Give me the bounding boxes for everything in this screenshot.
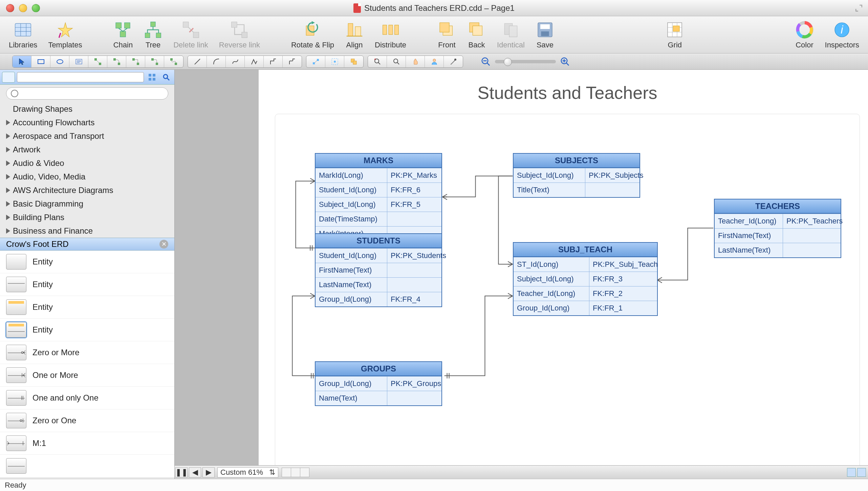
color-label: Color <box>796 41 813 49</box>
zoom-icon[interactable] <box>32 4 40 12</box>
library-category[interactable]: Aerospace and Transport <box>0 129 174 143</box>
connector-bezier-tool[interactable] <box>164 56 183 67</box>
edit-points-tool[interactable] <box>306 56 325 67</box>
maximize-icon[interactable] <box>855 4 863 12</box>
shape-item-zero-or-one[interactable]: Zero or One <box>0 409 174 432</box>
library-category[interactable]: Drawing Shapes <box>0 102 174 116</box>
entity-marks[interactable]: MARKS MarkId(Long)PK:PK_Marks Student_Id… <box>315 153 442 241</box>
canvas[interactable]: Students and Teachers <box>175 70 868 465</box>
zoom-in-button[interactable] <box>560 57 570 67</box>
shape-item-zero-or-more[interactable]: Zero or More <box>0 341 174 364</box>
close-library-icon[interactable]: ✕ <box>159 240 168 249</box>
shape-item-entity[interactable]: Entity <box>0 296 174 319</box>
ellipse-tool[interactable] <box>50 56 69 67</box>
entity-groups[interactable]: GROUPS Group_Id(Long)PK:PK_Groups Name(T… <box>315 361 442 406</box>
shape-item-more[interactable] <box>0 455 174 477</box>
library-search-input[interactable] <box>6 87 168 100</box>
front-button[interactable]: Front <box>432 18 462 51</box>
ortho-tool[interactable] <box>264 56 283 67</box>
relation-icon <box>6 345 26 360</box>
entity-students[interactable]: STUDENTS Student_Id(Long)PK:PK_Students … <box>315 233 442 307</box>
round-ortho-tool[interactable] <box>283 56 302 67</box>
svg-rect-59 <box>317 59 319 61</box>
zoom-level-select[interactable]: Custom 61% ⇅ <box>217 467 278 477</box>
edit-segments-tool[interactable] <box>325 56 344 67</box>
rotate-flip-button[interactable]: Rotate & Flip <box>286 18 340 51</box>
shape-item-m-1[interactable]: M:1 <box>0 432 174 455</box>
line-tool[interactable] <box>188 56 207 67</box>
shape-item-one-and-only-one[interactable]: One and only One <box>0 387 174 409</box>
entity-teachers[interactable]: TEACHERS Teacher_Id(Long)PK:PK_Teachers … <box>714 199 841 258</box>
svg-line-60 <box>314 60 317 63</box>
edit-group-tool[interactable] <box>344 56 363 67</box>
poly-tool[interactable] <box>245 56 264 67</box>
delete-link-button[interactable]: Delete link <box>168 18 214 51</box>
library-category[interactable]: Artwork <box>0 143 174 156</box>
chain-icon <box>113 20 132 39</box>
tree-button[interactable]: Tree <box>138 18 168 51</box>
canvas-area: Students and Teachers <box>175 70 868 479</box>
connector-smart-tool[interactable] <box>126 56 145 67</box>
shape-item-one-or-more[interactable]: One or More <box>0 364 174 387</box>
rect-tool[interactable] <box>31 56 50 67</box>
library-category[interactable]: Audio & Video <box>0 156 174 170</box>
scroll-pause-button[interactable]: ❚❚ <box>175 467 188 477</box>
scroll-right-button[interactable]: ▶ <box>202 467 215 477</box>
shape-item-entity[interactable]: Entity <box>0 273 174 296</box>
library-filter-input[interactable] <box>17 72 144 82</box>
identical-button[interactable]: Identical <box>492 18 530 51</box>
save-button[interactable]: Save <box>530 18 560 51</box>
eyedropper-tool[interactable] <box>444 56 463 67</box>
color-button[interactable]: Color <box>790 18 820 51</box>
paper: MARKS MarkId(Long)PK:PK_Marks Student_Id… <box>275 114 860 465</box>
minimize-icon[interactable] <box>19 4 27 12</box>
distribute-button[interactable]: Distribute <box>369 18 412 51</box>
pointer-tool[interactable] <box>13 56 31 67</box>
connector-round-tool[interactable] <box>145 56 164 67</box>
tiles-view-icon[interactable] <box>146 72 158 83</box>
library-category[interactable]: Audio, Video, Media <box>0 170 174 184</box>
svg-rect-6 <box>125 23 130 28</box>
reverse-link-button[interactable]: Reverse link <box>214 18 265 51</box>
actual-size-tool[interactable] <box>387 56 406 67</box>
chain-button[interactable]: Chain <box>108 18 138 51</box>
connector-direct-tool[interactable] <box>88 56 107 67</box>
templates-button[interactable]: Templates <box>43 18 87 51</box>
spline-tool[interactable] <box>226 56 245 67</box>
hand-tool[interactable] <box>406 56 425 67</box>
grid-button[interactable]: Grid <box>660 18 690 51</box>
page-thumbnails[interactable] <box>282 468 309 477</box>
selected-library[interactable]: Crow's Foot ERD ✕ <box>0 238 174 251</box>
shape-item-entity[interactable]: Entity <box>0 319 174 341</box>
scroll-left-button[interactable]: ◀ <box>189 467 201 477</box>
back-button[interactable]: Back <box>462 18 492 51</box>
inspectors-button[interactable]: i Inspectors <box>820 18 865 51</box>
libraries-button[interactable]: Libraries <box>3 18 43 51</box>
entity-title: SUBJ_TEACH <box>514 243 657 257</box>
library-category[interactable]: Business and Finance <box>0 224 174 238</box>
search-icon[interactable] <box>160 72 172 83</box>
view-mode-button[interactable] <box>847 468 856 477</box>
zoom-out-button[interactable] <box>481 57 491 67</box>
library-category[interactable]: Accounting Flowcharts <box>0 116 174 129</box>
library-category[interactable]: Building Plans <box>0 211 174 224</box>
svg-rect-14 <box>242 32 247 38</box>
text-tool[interactable] <box>69 56 88 67</box>
shape-item-entity[interactable]: Entity <box>0 251 174 273</box>
arc-tool[interactable] <box>207 56 226 67</box>
entity-subjects[interactable]: SUBJECTS Subject_Id(Long)PK:PK_Subjects … <box>513 153 640 198</box>
entity-title: GROUPS <box>316 362 441 376</box>
window-title-text: Students and Teachers ERD.cdd – Page1 <box>364 3 515 13</box>
library-mode-icon[interactable] <box>2 72 15 83</box>
view-mode-button[interactable] <box>857 468 866 477</box>
connector-arc-tool[interactable] <box>107 56 126 67</box>
library-category[interactable]: AWS Architecture Diagrams <box>0 184 174 197</box>
zoom-slider[interactable] <box>495 60 556 63</box>
align-icon <box>345 20 364 39</box>
fit-page-tool[interactable] <box>368 56 387 67</box>
library-category[interactable]: Basic Diagramming <box>0 197 174 211</box>
user-tool[interactable] <box>425 56 444 67</box>
entity-subj-teach[interactable]: SUBJ_TEACH ST_Id(Long)PK:PK_Subj_Teach S… <box>513 242 658 316</box>
close-icon[interactable] <box>6 4 14 12</box>
align-button[interactable]: Align <box>340 18 369 51</box>
